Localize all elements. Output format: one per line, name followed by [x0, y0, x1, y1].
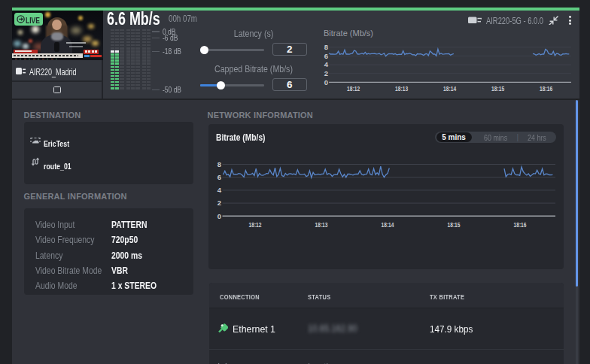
svg-text:2: 2	[217, 199, 221, 207]
svg-text:2: 2	[324, 69, 328, 77]
svg-text:0: 0	[324, 78, 328, 86]
svg-text:18:15: 18:15	[491, 85, 504, 93]
svg-text:4: 4	[324, 60, 329, 68]
svg-text:18:14: 18:14	[443, 85, 456, 93]
svg-text:18:12: 18:12	[347, 85, 360, 93]
svg-text:8: 8	[217, 160, 221, 168]
svg-text:18:15: 18:15	[448, 221, 461, 229]
svg-text:6: 6	[324, 52, 328, 60]
svg-text:6: 6	[217, 173, 221, 181]
svg-text:18:16: 18:16	[514, 221, 527, 229]
svg-text:8: 8	[324, 43, 328, 51]
svg-text:18:13: 18:13	[315, 221, 328, 229]
svg-text:18:16: 18:16	[540, 85, 552, 93]
svg-text:18:13: 18:13	[395, 85, 408, 93]
svg-text:4: 4	[217, 186, 222, 194]
svg-text:18:14: 18:14	[382, 221, 394, 229]
svg-text:0: 0	[217, 212, 221, 220]
svg-text:18:12: 18:12	[249, 221, 262, 229]
